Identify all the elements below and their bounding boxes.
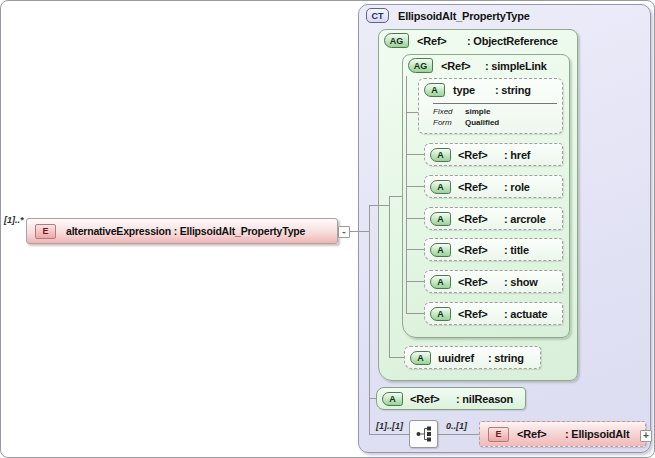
connector-line <box>406 313 424 314</box>
connector-line <box>438 434 479 435</box>
attribute-role[interactable]: A <Ref> : role <box>424 175 563 198</box>
attribute-name: uuidref <box>438 352 488 364</box>
attribute-badge: A <box>430 180 451 194</box>
connector-line <box>369 398 376 399</box>
connector-line <box>406 218 424 219</box>
attribute-ref: <Ref> <box>458 308 504 320</box>
attribute-arcrole[interactable]: A <Ref> : arcrole <box>424 207 563 230</box>
cardinality-label: [1]..* <box>4 215 24 225</box>
attributegroup-badge: AG <box>384 33 409 48</box>
objectreference-type: : ObjectReference <box>467 35 558 47</box>
connector-line <box>350 231 369 232</box>
attribute-title[interactable]: A <Ref> : title <box>424 238 563 261</box>
attribute-ref: <Ref> <box>458 181 504 193</box>
cardinality-label: [1]..[1] <box>376 421 403 431</box>
connector-line <box>406 154 424 155</box>
attribute-ref: <Ref> <box>458 213 504 225</box>
connector-line <box>369 205 389 206</box>
attribute-type-name: type <box>453 84 495 96</box>
attribute-ref: <Ref> <box>410 393 456 405</box>
sequence-icon <box>415 425 433 443</box>
objectreference-ref: <Ref> <box>417 35 467 47</box>
complextype-title: EllipsoidAlt_PropertyType <box>398 10 530 22</box>
complextype-header: CT EllipsoidAlt_PropertyType <box>366 8 530 23</box>
connector-line <box>369 205 370 434</box>
expand-handle[interactable]: + <box>640 430 652 442</box>
attribute-badge: A <box>430 212 451 226</box>
element-EllipsoidAlt[interactable]: E <Ref> : EllipsoidAlt <box>479 421 646 447</box>
attributegroup-badge: AG <box>408 58 433 73</box>
connector-line <box>389 357 404 358</box>
simplelink-ref: <Ref> <box>441 60 485 72</box>
sequence-compositor[interactable] <box>409 420 438 448</box>
attribute-name: : role <box>504 181 530 193</box>
attribute-name: : href <box>504 149 530 161</box>
attribute-badge: A <box>424 83 445 97</box>
attribute-badge: A <box>430 148 451 162</box>
cardinality-label: 0..[1] <box>446 421 467 431</box>
facet-separator <box>433 103 557 104</box>
attribute-name: : title <box>504 244 529 256</box>
connector-line <box>389 196 390 357</box>
attribute-datatype: : string <box>488 352 524 364</box>
attribute-type[interactable]: A type : string Fixedsimple FormQualifie… <box>418 78 563 134</box>
objectreference-header: AG <Ref> : ObjectReference <box>384 33 558 48</box>
attribute-name: : nilReason <box>456 393 513 405</box>
facet-fixed-form: Fixedsimple FormQualified <box>433 106 499 128</box>
attribute-actuate[interactable]: A <Ref> : actuate <box>424 302 563 325</box>
fixed-value: simple <box>465 107 490 116</box>
attribute-type-datatype: : string <box>495 84 531 96</box>
connector-line <box>406 186 424 187</box>
attribute-uuidref[interactable]: A uuidref : string <box>404 346 541 369</box>
attribute-badge: A <box>430 275 451 289</box>
element-type: : EllipsoidAlt <box>565 428 629 440</box>
connector-line <box>406 281 424 282</box>
complextype-badge: CT <box>366 8 389 23</box>
connector-line <box>406 112 418 113</box>
form-value: Qualified <box>465 118 499 127</box>
attribute-badge: A <box>430 307 451 321</box>
element-label: alternativeExpression : EllipsoidAlt_Pro… <box>66 225 305 237</box>
element-alternativeExpression[interactable]: E alternativeExpression : EllipsoidAlt_P… <box>26 218 338 244</box>
simplelink-type: : simpleLink <box>485 60 547 72</box>
fixed-label: Fixed <box>433 106 465 117</box>
element-badge: E <box>35 224 56 239</box>
simplelink-header: AG <Ref> : simpleLink <box>408 58 547 73</box>
attribute-badge: A <box>410 351 431 365</box>
attribute-ref: <Ref> <box>458 149 504 161</box>
attribute-nilReason[interactable]: A <Ref> : nilReason <box>376 387 526 410</box>
attribute-name: : arcrole <box>504 213 546 225</box>
element-badge: E <box>488 427 509 442</box>
connector-line <box>406 249 424 250</box>
attribute-badge: A <box>430 243 451 257</box>
collapse-handle[interactable]: - <box>338 226 350 238</box>
connector-line <box>389 196 402 197</box>
element-ref: <Ref> <box>517 428 565 440</box>
attribute-href[interactable]: A <Ref> : href <box>424 143 563 166</box>
schema-diagram-canvas: CT EllipsoidAlt_PropertyType AG <Ref> : … <box>0 0 655 458</box>
attribute-type-row: A type : string <box>424 83 531 97</box>
form-label: Form <box>433 117 465 128</box>
attribute-name: : actuate <box>504 308 547 320</box>
attribute-show[interactable]: A <Ref> : show <box>424 270 563 293</box>
connector-line <box>369 434 409 435</box>
attribute-ref: <Ref> <box>458 244 504 256</box>
attribute-name: : show <box>504 276 538 288</box>
attribute-ref: <Ref> <box>458 276 504 288</box>
attribute-badge: A <box>382 392 403 406</box>
